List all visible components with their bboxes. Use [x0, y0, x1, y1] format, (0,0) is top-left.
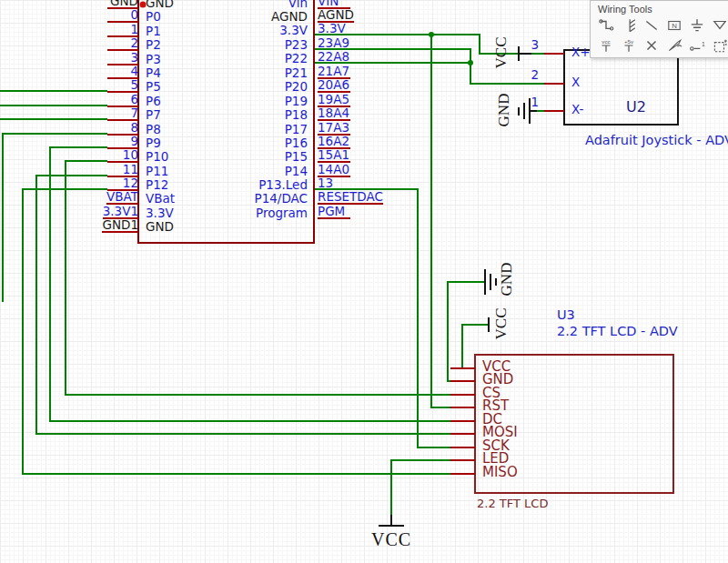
vcc-flag-tool-icon[interactable]: vcc — [598, 37, 614, 54]
teensy-right-pin-label: RESETDAC — [318, 191, 383, 205]
joystick-refdes[interactable]: U2 — [626, 98, 646, 116]
teensy-right-pin-name: P21 — [285, 67, 308, 79]
tft-refdes[interactable]: U3 — [557, 307, 575, 322]
teensy-left-pin-name: P2 — [146, 39, 161, 51]
joystick-pin-name: X — [571, 76, 580, 88]
teensy-left-pin-name: P0 — [146, 11, 161, 23]
teensy-right-pin-label: 22A8 — [318, 51, 350, 63]
joystick-pin-name: X- — [571, 104, 583, 116]
teensy-left-pin-name: P6 — [146, 96, 161, 107]
pen-tool-icon[interactable] — [666, 37, 682, 54]
tft-subtitle[interactable]: 2.2 TFT LCD — [477, 497, 548, 510]
joystick-name[interactable]: Adafruit Joystick - ADV — [585, 133, 728, 147]
teensy-right-pin-label: 3.3V — [318, 23, 350, 35]
teensy-left-pin-label: 10 — [107, 149, 138, 163]
teensy-left-pin-label: GND1 — [102, 219, 138, 233]
pin-tool-icon[interactable]: 1 — [689, 37, 705, 54]
tft-vcc-label[interactable]: VCC — [492, 308, 511, 340]
teensy-left-pin-name: P8 — [146, 124, 161, 136]
teensy-right-pin-label: 20A6 — [318, 79, 350, 93]
wiring-tools-palette[interactable]: Wiring Tools Nvcc+5v1 — [590, 0, 728, 58]
netlabel-tool-icon[interactable]: N — [666, 17, 682, 34]
wire[interactable] — [315, 189, 450, 447]
teensy-right-pin-label: 15A1 — [318, 149, 350, 163]
svg-text:+5v: +5v — [624, 38, 634, 45]
teensy-right-pin-name: P13.Led — [258, 179, 308, 191]
no-connect-tool-icon[interactable] — [643, 37, 660, 54]
junction-dot — [429, 32, 434, 37]
teensy-right-pin-name: P16 — [285, 137, 308, 149]
teensy-right-pin-label: PGM — [318, 206, 350, 219]
teensy-left-pin-label: 5 — [107, 79, 138, 93]
teensy-left-pin-label: 0 — [107, 9, 138, 23]
teensy-right-pin-name: P20 — [285, 81, 308, 93]
teensy-left-pin-name: GND — [146, 221, 174, 233]
teensy-right-pin-name: P14/DAC — [255, 193, 308, 205]
joystick-pin-number: 3 — [531, 39, 539, 51]
wire[interactable] — [391, 460, 450, 515]
teensy-left-pin-name: P10 — [146, 151, 168, 163]
bottom-vcc-label[interactable]: VCC — [368, 529, 415, 550]
teensy-right-pin-label: 23A9 — [318, 37, 350, 49]
teensy-right-pin-name: Program — [256, 207, 308, 219]
wire[interactable] — [23, 189, 450, 474]
teensy-left-pin-name: P9 — [146, 137, 161, 149]
tft-name[interactable]: 2.2 TFT LCD - ADV — [557, 324, 678, 338]
wire-tool-icon[interactable] — [598, 17, 614, 34]
schematic-canvas[interactable]: GNDGND0P01P12P23P34P45P56P67P78P89P910P1… — [0, 0, 728, 563]
teensy-right-pin-label: 13 — [318, 177, 350, 189]
teensy-left-pin-name: GND — [146, 0, 174, 9]
netport-tool-icon[interactable] — [712, 17, 728, 34]
teensy-left-pin-name: P5 — [146, 81, 161, 93]
teensy-right-pin-name: P14 — [285, 166, 308, 177]
tft-gnd-label[interactable]: GND — [498, 263, 516, 297]
group-tool-icon[interactable] — [712, 37, 728, 54]
teensy-right-pin-name: AGND — [271, 11, 308, 23]
joystick-pin-name: X+ — [571, 46, 591, 58]
teensy-left-pin-name: P1 — [146, 25, 161, 37]
teensy-right-pin-label: 18A4 — [318, 107, 350, 121]
teensy-right-pin-name: Vin — [288, 0, 308, 9]
teensy-right-pin-name: P17 — [285, 124, 308, 136]
teensy-left-pin-name: P12 — [146, 179, 168, 191]
teensy-right-pin-name: P15 — [285, 151, 308, 163]
teensy-right-pin-name: 3.3V — [279, 25, 308, 36]
teensy-left-pin-label: 2 — [107, 37, 138, 51]
teensy-right-pin-name: P23 — [285, 39, 308, 51]
teensy-left-pin-name: VBat — [146, 193, 175, 205]
teensy-left-pin-name: P11 — [146, 166, 168, 177]
teensy-left-pin-name: P4 — [146, 67, 161, 79]
wire[interactable] — [448, 282, 485, 381]
plus5v-flag-tool-icon[interactable]: +5v — [621, 37, 637, 54]
line-tool-icon[interactable] — [643, 17, 660, 34]
teensy-right-pin-name: P18 — [285, 109, 308, 121]
teensy-right-pin-name: P19 — [285, 96, 308, 107]
junction-dot — [468, 60, 473, 65]
svg-text:N: N — [672, 22, 677, 30]
teensy-left-pin-name: P7 — [146, 109, 161, 121]
teensy-left-pin-label: 7 — [107, 107, 138, 121]
wiring-tools-title: Wiring Tools — [598, 4, 728, 15]
teensy-right-pin-name: P22 — [285, 53, 308, 65]
ground-tool-icon[interactable] — [689, 17, 705, 34]
tft-pin-name: MISO — [482, 467, 518, 478]
teensy-left-pin-label: VBAT — [106, 191, 138, 205]
joystick-gnd-label[interactable]: GND — [495, 94, 513, 127]
joystick-pin-number: 2 — [531, 69, 539, 81]
svg-text:1: 1 — [702, 41, 705, 47]
bus-tool-icon[interactable] — [621, 17, 637, 34]
svg-text:vcc: vcc — [602, 38, 610, 45]
teensy-left-pin-name: P3 — [146, 54, 161, 65]
wire[interactable] — [3, 134, 107, 302]
joystick-pin-number: 1 — [531, 96, 539, 108]
teensy-left-pin-name: 3.3V — [146, 207, 174, 219]
joystick-vcc-label[interactable]: VCC — [492, 37, 511, 69]
